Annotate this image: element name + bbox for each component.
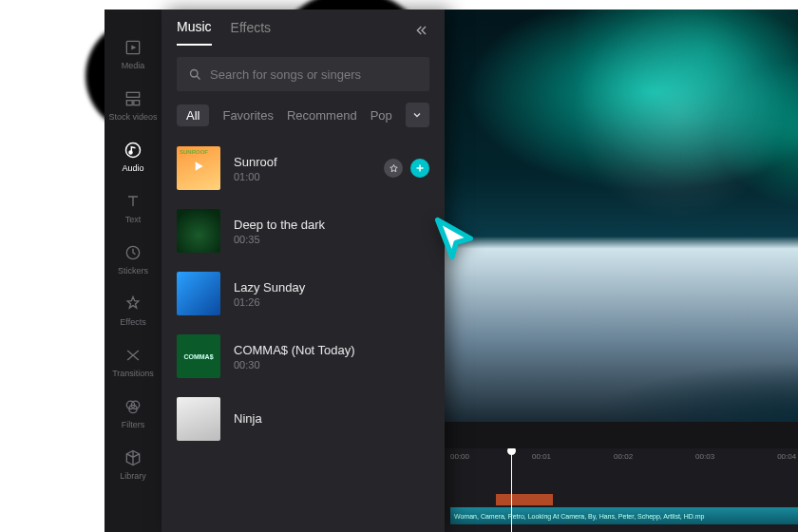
chip-more-dropdown[interactable] xyxy=(406,103,429,127)
clip-label: Woman, Camera, Retro, Looking At Camera,… xyxy=(454,513,705,520)
track-meta: Sunroof 01:00 xyxy=(234,155,370,182)
favorite-button[interactable] xyxy=(384,159,403,178)
track-thumbnail xyxy=(177,272,220,315)
play-icon xyxy=(191,159,206,178)
plus-icon xyxy=(414,162,426,174)
sidebar-item-transitions[interactable]: Transitions xyxy=(104,338,162,386)
sidebar-item-label: Effects xyxy=(120,317,145,327)
sidebar-item-effects[interactable]: Effects xyxy=(104,287,162,334)
sidebar-item-stock-videos[interactable]: Stock videos xyxy=(104,82,162,129)
sidebar-item-media[interactable]: Media xyxy=(104,30,162,78)
chip-favorites[interactable]: Favorites xyxy=(222,108,273,123)
filters-icon xyxy=(124,397,142,416)
track-list: SUNROOF Sunroof 01:00 xyxy=(162,139,445,532)
track-duration: 00:35 xyxy=(234,234,429,245)
media-icon xyxy=(124,38,142,57)
filter-chips: All Favorites Recommend Pop xyxy=(162,103,445,139)
track-thumbnail xyxy=(177,397,220,441)
track-title: Deep to the dark xyxy=(234,218,429,232)
track-meta: Lazy Sunday 01:26 xyxy=(234,280,429,308)
playhead[interactable] xyxy=(511,448,512,532)
sidebar-item-library[interactable]: Library xyxy=(104,441,162,488)
track-row[interactable]: Deep to the dark 00:35 xyxy=(177,201,429,260)
sidebar-item-label: Stickers xyxy=(118,266,148,276)
svg-rect-2 xyxy=(126,92,139,97)
text-icon xyxy=(124,192,142,211)
track-row[interactable]: Lazy Sunday 01:26 xyxy=(177,264,429,323)
timeline[interactable]: 00:00 00:01 00:02 00:03 00:04 00:05 00:0… xyxy=(445,448,798,532)
chip-pop[interactable]: Pop xyxy=(370,108,392,123)
stock-videos-icon xyxy=(124,89,142,108)
stickers-icon xyxy=(124,243,142,262)
effects-icon xyxy=(124,294,142,314)
sidebar-item-label: Text xyxy=(125,215,142,224)
sidebar-item-text[interactable]: Text xyxy=(104,184,162,232)
transitions-icon xyxy=(124,346,142,365)
track-thumbnail: SUNROOF xyxy=(177,146,220,190)
timeline-ruler: 00:00 00:01 00:02 00:03 00:04 00:05 00:0… xyxy=(445,448,798,463)
search-icon xyxy=(188,67,202,82)
timeline-clip[interactable]: Woman, Camera, Retro, Looking At Camera,… xyxy=(450,507,798,524)
svg-marker-1 xyxy=(131,46,136,50)
track-thumbnail xyxy=(177,209,220,253)
chevron-down-icon xyxy=(411,109,423,121)
track-duration: 00:30 xyxy=(234,359,429,370)
library-icon xyxy=(124,448,142,467)
track-row[interactable]: SUNROOF Sunroof 01:00 xyxy=(177,139,429,198)
star-icon xyxy=(389,163,399,174)
svg-point-6 xyxy=(129,151,132,154)
sidebar-item-stickers[interactable]: Stickers xyxy=(104,236,162,283)
preview-viewport[interactable] xyxy=(445,10,798,422)
svg-rect-3 xyxy=(126,101,132,105)
app-window: Media Stock videos Audio Text Stickers E… xyxy=(104,10,798,532)
sidebar-item-label: Filters xyxy=(122,420,145,429)
add-track-button[interactable] xyxy=(410,159,429,178)
preview-controls xyxy=(445,422,798,448)
chevron-double-left-icon xyxy=(414,23,429,38)
svg-point-11 xyxy=(191,69,199,77)
track-row[interactable]: Ninja xyxy=(177,390,429,448)
svg-point-5 xyxy=(126,143,141,158)
tab-effects[interactable]: Effects xyxy=(231,20,272,45)
track-duration: 01:00 xyxy=(234,171,370,182)
main-area: 00:00 00:01 00:02 00:03 00:04 00:05 00:0… xyxy=(445,10,798,532)
audio-panel: Music Effects All Favorites Recommend Po… xyxy=(162,10,445,532)
tab-music[interactable]: Music xyxy=(177,19,212,46)
sidebar-item-label: Stock videos xyxy=(108,112,157,122)
track-thumbnail: COMMA$ xyxy=(177,334,220,378)
track-title: Ninja xyxy=(234,411,429,426)
track-meta: Deep to the dark 00:35 xyxy=(234,218,429,245)
sidebar-item-label: Audio xyxy=(122,163,143,173)
panel-tabs: Music Effects xyxy=(162,10,445,46)
chip-recommend[interactable]: Recommend xyxy=(287,108,357,123)
chip-all[interactable]: All xyxy=(177,104,209,126)
collapse-panel-button[interactable] xyxy=(414,23,429,42)
track-title: Sunroof xyxy=(234,155,370,169)
sidebar-item-filters[interactable]: Filters xyxy=(104,390,162,437)
sidebar: Media Stock videos Audio Text Stickers E… xyxy=(104,10,162,532)
timeline-clip[interactable] xyxy=(496,494,553,505)
track-title: Lazy Sunday xyxy=(234,280,429,294)
track-title: COMMA$ (Not Today) xyxy=(234,343,429,357)
sidebar-item-label: Media xyxy=(122,61,145,70)
track-row[interactable]: COMMA$ COMMA$ (Not Today) 00:30 xyxy=(177,327,429,386)
svg-rect-4 xyxy=(134,101,140,105)
track-meta: COMMA$ (Not Today) 00:30 xyxy=(234,343,429,370)
sidebar-item-label: Transitions xyxy=(112,369,154,378)
search-box[interactable] xyxy=(177,57,429,91)
track-duration: 01:26 xyxy=(234,296,429,308)
svg-marker-12 xyxy=(196,162,203,170)
audio-icon xyxy=(124,141,142,160)
track-meta: Ninja xyxy=(234,411,429,428)
sidebar-item-audio[interactable]: Audio xyxy=(104,133,162,180)
sidebar-item-label: Library xyxy=(120,471,146,481)
search-input[interactable] xyxy=(210,67,418,82)
